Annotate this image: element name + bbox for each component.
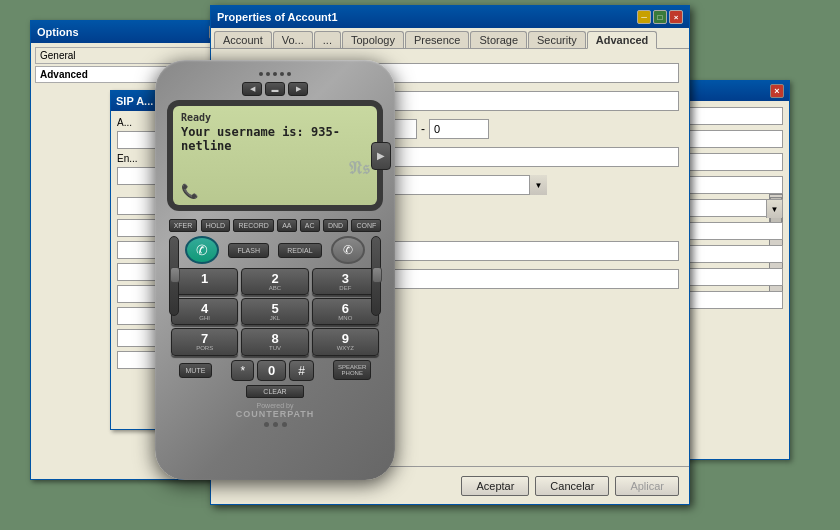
nav-left-button[interactable]: ◀	[242, 82, 262, 96]
key-7-alpha: PORS	[174, 345, 235, 352]
phone-dot-1	[264, 422, 269, 427]
tab-misc[interactable]: ...	[314, 31, 341, 48]
func-buttons: XFER HOLD RECORD AA AC DND CONF	[167, 219, 383, 232]
key-1[interactable]: 1	[171, 268, 238, 295]
options-titlebar: Options ×	[31, 21, 229, 43]
tab-topology[interactable]: Topology	[342, 31, 404, 48]
screen-icon: 📞	[181, 183, 369, 199]
brand-line2: COUNTERPATH	[236, 409, 315, 419]
call-button[interactable]: ✆	[185, 236, 219, 264]
end-button[interactable]: ✆	[331, 236, 365, 264]
vol-thumb-left[interactable]	[170, 267, 180, 283]
phone-dots	[167, 422, 383, 427]
nav-mid-button[interactable]: ▬	[265, 82, 285, 96]
key-hash[interactable]: #	[289, 360, 314, 381]
func-xfer[interactable]: XFER	[169, 219, 198, 232]
speaker-label: SPEAKERPHONE	[338, 364, 366, 376]
clear-row: CLEAR	[167, 384, 383, 398]
tab-presence[interactable]: Presence	[405, 31, 469, 48]
props-title: Properties of Account1	[217, 11, 338, 23]
vol-slider-left[interactable]	[169, 236, 179, 316]
redial-button[interactable]: REDIAL	[278, 243, 321, 258]
bottom-row: MUTE * 0 # SPEAKERPHONE	[167, 360, 383, 381]
func-record[interactable]: RECORD	[233, 219, 273, 232]
tab-storage[interactable]: Storage	[470, 31, 527, 48]
mute-button[interactable]: MUTE	[179, 363, 213, 378]
close-button[interactable]: ×	[669, 10, 683, 24]
key-4-num: 4	[174, 302, 235, 315]
tab-voice[interactable]: Vo...	[273, 31, 313, 48]
key-7-num: 7	[174, 332, 235, 345]
key-6[interactable]: 6 MNO	[312, 298, 379, 325]
top-dot-2	[266, 72, 270, 76]
vol-slider-right[interactable]	[371, 236, 381, 316]
screen-logo: 𝔑𝔰	[181, 157, 369, 179]
bottom-keys: * 0 #	[231, 360, 314, 381]
key-zero[interactable]: 0	[257, 360, 286, 381]
key-9-num: 9	[315, 332, 376, 345]
phone-dot-3	[282, 422, 287, 427]
speaker-button[interactable]: SPEAKERPHONE	[333, 360, 371, 380]
key-3-alpha: DEF	[315, 285, 376, 292]
key-4[interactable]: 4 GHI	[171, 298, 238, 325]
nav-right-button[interactable]: ▶	[288, 82, 308, 96]
key-5-num: 5	[244, 302, 305, 315]
key-9[interactable]: 9 WXYZ	[312, 328, 379, 355]
key-3-num: 3	[315, 272, 376, 285]
tab-account[interactable]: Account	[214, 31, 272, 48]
top-dot-4	[280, 72, 284, 76]
clear-button[interactable]: CLEAR	[246, 385, 303, 398]
screen-text: Your username is: 935-netline	[181, 125, 369, 153]
cancelar-button[interactable]: Cancelar	[535, 476, 609, 496]
dropdown-arrow-1: ▼	[766, 200, 782, 218]
func-dnd[interactable]: DND	[323, 219, 348, 232]
func-aa[interactable]: AA	[277, 219, 296, 232]
key-5-alpha: JKL	[244, 315, 305, 322]
key-8[interactable]: 8 TUV	[241, 328, 308, 355]
form-input-quali-2[interactable]	[429, 119, 489, 139]
key-1-num: 1	[174, 272, 235, 285]
aceptar-button[interactable]: Aceptar	[461, 476, 529, 496]
titlebar-buttons: ─ □ ×	[637, 10, 683, 24]
dash-separator: -	[421, 122, 425, 136]
phone-nav: ◀ ▬ ▶	[167, 82, 383, 96]
flash-button[interactable]: FLASH	[228, 243, 269, 258]
keypad: 1 2 ABC 3 DEF 4 GHI 5 JKL 6 MNO	[167, 268, 383, 356]
tabs-row: Account Vo... ... Topology Presence Stor…	[211, 28, 689, 49]
key-7[interactable]: 7 PORS	[171, 328, 238, 355]
aplicar-button[interactable]: Aplicar	[615, 476, 679, 496]
top-dot-5	[287, 72, 291, 76]
phone-arrow-button[interactable]: ▶	[371, 142, 391, 170]
key-9-alpha: WXYZ	[315, 345, 376, 352]
phone-top-dots	[167, 72, 383, 76]
key-6-num: 6	[315, 302, 376, 315]
maximize-button[interactable]: □	[653, 10, 667, 24]
minimize-button[interactable]: ─	[637, 10, 651, 24]
key-8-num: 8	[244, 332, 305, 345]
vol-thumb-right[interactable]	[372, 267, 382, 283]
end-icon: ✆	[343, 243, 353, 257]
tab-advanced[interactable]: Advanced	[587, 31, 658, 49]
options-title: Options	[37, 26, 79, 38]
tab-security[interactable]: Security	[528, 31, 586, 48]
sip-title: SIP A...	[116, 95, 153, 107]
props-titlebar: Properties of Account1 ─ □ ×	[211, 6, 689, 28]
back-win-close[interactable]: ×	[770, 84, 784, 98]
key-8-alpha: TUV	[244, 345, 305, 352]
call-row: ✆ FLASH REDIAL ✆	[167, 236, 383, 264]
key-5[interactable]: 5 JKL	[241, 298, 308, 325]
phone-body: ◀ ▬ ▶ Ready Your username is: 935-netlin…	[155, 60, 395, 480]
key-3[interactable]: 3 DEF	[312, 268, 379, 295]
key-2[interactable]: 2 ABC	[241, 268, 308, 295]
phone-screen-area: Ready Your username is: 935-netline 𝔑𝔰 📞…	[167, 100, 383, 211]
func-conf[interactable]: CONF	[351, 219, 381, 232]
func-ac[interactable]: AC	[300, 219, 320, 232]
key-2-num: 2	[244, 272, 305, 285]
arrow-icon: ▶	[377, 150, 385, 161]
key-star[interactable]: *	[231, 360, 254, 381]
zero-num: 0	[268, 364, 275, 377]
top-dot-3	[273, 72, 277, 76]
phone-overlay: ◀ ▬ ▶ Ready Your username is: 935-netlin…	[155, 60, 415, 490]
func-hold[interactable]: HOLD	[201, 219, 230, 232]
phone-screen: Ready Your username is: 935-netline 𝔑𝔰 📞	[173, 106, 377, 205]
